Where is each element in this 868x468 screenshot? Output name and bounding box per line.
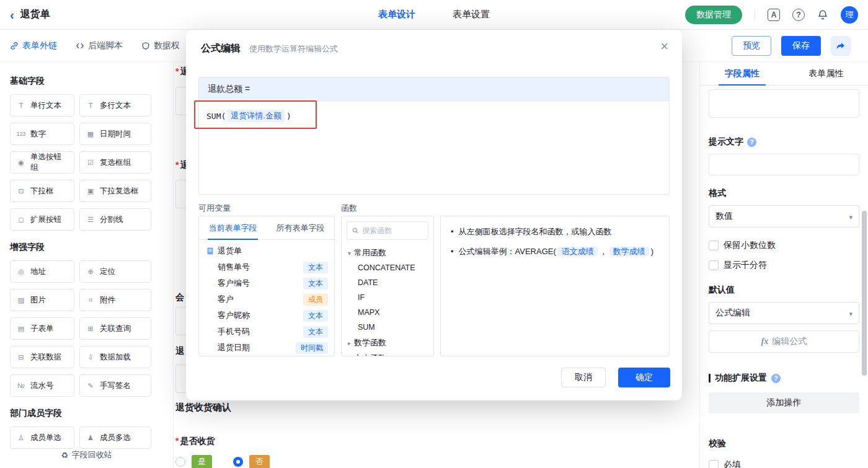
field-location[interactable]: ⊕定位	[79, 260, 151, 283]
save-button[interactable]: 保存	[781, 36, 821, 56]
data-permission-item[interactable]: 数据权	[141, 40, 180, 51]
user-avatar[interactable]: 理	[841, 6, 858, 24]
function-item[interactable]: CONCATENATE	[342, 260, 433, 275]
header-nav: 表单设计 表单设置	[378, 9, 490, 20]
close-icon[interactable]: ×	[660, 40, 668, 53]
formula-field-token[interactable]: 退货详情.金额	[228, 110, 285, 122]
tip-formula-prefix: 公式编辑举例：AVERAGE(	[459, 247, 556, 256]
field-datetime[interactable]: ▦日期时间	[79, 123, 151, 145]
formula-editor[interactable]: 退款总额 = SUM( 退货详情.金额 )	[198, 77, 670, 195]
field-related-query[interactable]: ⊞关联查询	[79, 317, 151, 340]
language-icon[interactable]: A	[768, 9, 780, 21]
field-image[interactable]: ▨图片	[10, 289, 74, 311]
formula-body[interactable]: SUM( 退货详情.金额 )	[199, 101, 669, 131]
properties-tabs: 字段属性 表单属性	[700, 62, 868, 86]
field-recycle-bin[interactable]: ♻ 字段回收站	[0, 449, 173, 461]
radio-unselected[interactable]	[175, 457, 185, 467]
tab-form-design[interactable]: 表单设计	[378, 9, 415, 20]
edit-formula-button[interactable]: fx编辑公式	[709, 330, 859, 353]
variable-row[interactable]: 销售单号文本	[199, 259, 334, 275]
tree-root-form[interactable]: 退货单	[199, 240, 334, 259]
member-multi-icon: ♟	[85, 434, 96, 442]
format-select[interactable]: 数值	[709, 205, 859, 227]
vertical-scrollbar[interactable]	[862, 211, 867, 376]
formula-target-row: 退款总额 =	[199, 77, 669, 101]
type-badge: 文本	[303, 326, 328, 338]
group-label: 数学函数	[354, 337, 386, 348]
variable-row[interactable]: 退货日期时间戳	[199, 340, 334, 356]
hint-text-input[interactable]	[709, 154, 859, 175]
back-arrow-icon[interactable]: ‹	[10, 9, 14, 21]
variable-row[interactable]: 客户成员	[199, 291, 334, 307]
field-data-load[interactable]: ⇩数据加载	[79, 346, 151, 368]
checkbox-unchecked[interactable]	[709, 241, 719, 250]
help-icon[interactable]: ?	[792, 9, 805, 21]
preview-button[interactable]: 预览	[732, 36, 771, 56]
function-item[interactable]: IF	[342, 290, 433, 305]
tab-form-properties[interactable]: 表单属性	[784, 62, 868, 85]
tab-form-settings[interactable]: 表单设置	[453, 9, 490, 20]
field-related-data[interactable]: ⊟关联数据	[10, 346, 74, 368]
field-multi-select[interactable]: ▣下拉复选框	[79, 180, 151, 202]
field-serial-number[interactable]: №流水号	[10, 374, 74, 397]
field-member-single[interactable]: ♙成员单选	[10, 426, 74, 449]
checkbox-unchecked[interactable]	[709, 260, 719, 270]
dropdown-check-icon: ▣	[85, 187, 96, 195]
variable-row[interactable]: 手机号码文本	[199, 324, 334, 340]
field-number[interactable]: 123数字	[10, 123, 74, 145]
share-icon[interactable]	[831, 36, 851, 56]
modal-footer: 取消 确定	[561, 368, 670, 387]
label-text: 是否收货	[180, 436, 215, 446]
function-item[interactable]: MAPX	[342, 305, 433, 320]
notification-bell-icon[interactable]	[817, 9, 828, 20]
option-no[interactable]: 否	[249, 455, 270, 468]
field-member-multi[interactable]: ♟成员多选	[79, 426, 151, 449]
keep-decimal-checkbox-row[interactable]: 保留小数位数	[709, 240, 859, 251]
cancel-button[interactable]: 取消	[561, 368, 606, 387]
function-item[interactable]: DATE	[342, 275, 433, 290]
field-checkbox-group[interactable]: ☑复选框组	[79, 151, 151, 174]
tab-current-form-fields[interactable]: 当前表单字段	[199, 216, 267, 239]
field-attachment[interactable]: ⌗附件	[79, 289, 151, 311]
question-mark-icon[interactable]: ?	[771, 374, 781, 383]
field-title-input[interactable]	[709, 89, 859, 118]
field-label: 下拉框	[30, 186, 54, 196]
tab-field-properties[interactable]: 字段属性	[700, 62, 784, 85]
variables-tabs: 当前表单字段 所有表单字段	[199, 216, 334, 240]
tab-all-form-fields[interactable]: 所有表单字段	[267, 216, 334, 239]
data-manage-button[interactable]: 数据管理	[685, 6, 742, 24]
add-action-button[interactable]: 添加操作	[709, 392, 859, 413]
function-search-input[interactable]	[362, 226, 423, 235]
field-select[interactable]: ⊡下拉框	[10, 180, 74, 202]
default-value-select[interactable]: 公式编辑	[709, 302, 859, 324]
function-search-box[interactable]	[347, 221, 428, 240]
data-load-icon: ⇩	[85, 353, 96, 361]
field-label: 数字	[30, 129, 46, 139]
backend-script-item[interactable]: 后端脚本	[76, 40, 123, 51]
option-yes[interactable]: 是	[192, 455, 212, 468]
required-checkbox-row[interactable]: 必填	[709, 459, 859, 468]
field-multi-text[interactable]: T多行文本	[79, 94, 151, 117]
field-radio-group[interactable]: ◉单选按钮组	[10, 151, 74, 174]
question-mark-icon[interactable]: ?	[747, 138, 756, 147]
external-link-item[interactable]: 表单外链	[10, 40, 57, 51]
function-group-common[interactable]: 常用函数	[342, 245, 433, 260]
field-subform[interactable]: ▤子表单	[10, 317, 74, 340]
required-mark: *	[175, 160, 179, 170]
field-divider[interactable]: ☰分割线	[79, 208, 151, 231]
function-group-math[interactable]: 数学函数	[342, 335, 433, 350]
function-item[interactable]: SUM	[342, 320, 433, 335]
variable-row[interactable]: 客户昵称文本	[199, 307, 334, 324]
field-address[interactable]: ◎地址	[10, 260, 74, 283]
confirm-button[interactable]: 确定	[618, 368, 670, 387]
thousand-separator-checkbox-row[interactable]: 显示千分符	[709, 260, 859, 271]
field-extend-button[interactable]: ◻扩展按钮	[10, 208, 74, 231]
radio-selected[interactable]	[233, 457, 243, 467]
serial-number-icon: №	[16, 382, 27, 389]
number-icon: 123	[16, 131, 27, 137]
function-group-text[interactable]: 文本函数	[342, 350, 433, 356]
field-single-text[interactable]: T单行文本	[10, 94, 74, 117]
variable-row[interactable]: 客户编号文本	[199, 275, 334, 291]
checkbox-unchecked[interactable]	[709, 460, 719, 468]
field-signature[interactable]: ✎手写签名	[79, 374, 151, 397]
